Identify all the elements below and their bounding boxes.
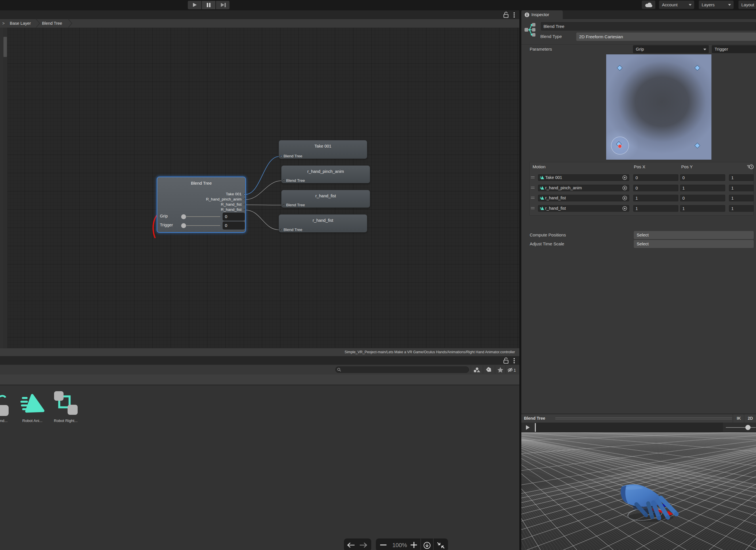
svg-text:1: 1 xyxy=(514,368,516,373)
